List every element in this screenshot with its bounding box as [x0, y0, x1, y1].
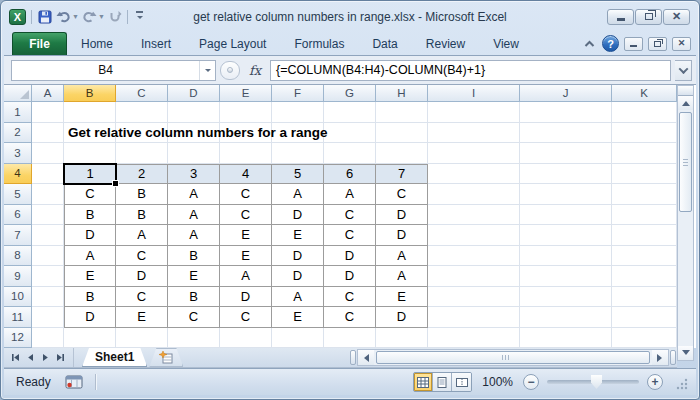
expand-formula-bar-button[interactable] [675, 60, 692, 81]
horizontal-scroll-thumb[interactable] [376, 351, 650, 364]
minimize-ribbon-button[interactable] [581, 36, 597, 51]
cell-D5[interactable]: A [168, 184, 220, 205]
formula-input[interactable]: {=COLUMN(B4:H4)-COLUMN(B4)+1} [270, 60, 671, 81]
page-layout-view-button[interactable] [433, 373, 452, 391]
tab-split-handle-right[interactable] [670, 350, 676, 365]
cell-I7[interactable] [428, 225, 520, 246]
cell-F9[interactable]: D [272, 266, 324, 287]
cell-K10[interactable] [612, 287, 677, 308]
minimize-button[interactable] [607, 9, 634, 25]
cell-D7[interactable]: A [168, 225, 220, 246]
close-button[interactable]: ✕ [663, 9, 690, 25]
next-sheet-button[interactable] [39, 351, 52, 365]
cell-J3[interactable] [520, 143, 612, 164]
page-break-preview-button[interactable] [452, 373, 471, 391]
cell-F12[interactable] [272, 328, 324, 349]
zoom-in-button[interactable]: + [647, 374, 663, 390]
scroll-down-button[interactable] [678, 346, 693, 360]
cell-I1[interactable] [428, 102, 520, 123]
cell-B1[interactable] [64, 102, 116, 123]
scroll-right-button[interactable] [652, 350, 668, 365]
save-button[interactable] [37, 8, 53, 26]
cell-H2[interactable] [376, 123, 428, 144]
cell-A8[interactable] [32, 246, 64, 267]
macro-record-button[interactable] [65, 375, 83, 389]
cell-H5[interactable]: C [376, 184, 428, 205]
column-header-K[interactable]: K [612, 85, 677, 102]
cell-J9[interactable] [520, 266, 612, 287]
cell-B6[interactable]: B [64, 205, 116, 226]
cell-G1[interactable] [324, 102, 376, 123]
cell-I3[interactable] [428, 143, 520, 164]
cell-J10[interactable] [520, 287, 612, 308]
cell-K1[interactable] [612, 102, 677, 123]
cell-J6[interactable] [520, 205, 612, 226]
cell-B8[interactable]: A [64, 246, 116, 267]
cell-A4[interactable] [32, 164, 64, 185]
cell-J7[interactable] [520, 225, 612, 246]
cell-H9[interactable]: A [376, 266, 428, 287]
cell-A9[interactable] [32, 266, 64, 287]
column-header-F[interactable]: F [272, 85, 324, 102]
row-header-12[interactable]: 12 [4, 328, 32, 349]
cell-A2[interactable] [32, 123, 64, 144]
column-header-G[interactable]: G [324, 85, 376, 102]
cell-C6[interactable]: B [116, 205, 168, 226]
cell-A5[interactable] [32, 184, 64, 205]
tab-formulas[interactable]: Formulas [280, 32, 358, 55]
cell-J2[interactable] [520, 123, 612, 144]
repeat-button[interactable] [108, 8, 122, 26]
previous-sheet-button[interactable] [24, 351, 37, 365]
zoom-out-button[interactable]: − [523, 374, 539, 390]
row-header-5[interactable]: 5 [4, 184, 32, 205]
cell-D4[interactable]: 3 [168, 164, 220, 185]
cell-G11[interactable]: C [324, 307, 376, 328]
insert-worksheet-button[interactable] [149, 348, 183, 367]
cell-K9[interactable] [612, 266, 677, 287]
row-header-4[interactable]: 4 [4, 164, 32, 185]
cell-K7[interactable] [612, 225, 677, 246]
zoom-slider[interactable] [547, 380, 639, 384]
vertical-scroll-track[interactable] [678, 214, 693, 346]
cell-E5[interactable]: C [220, 184, 272, 205]
cell-F11[interactable]: E [272, 307, 324, 328]
column-header-A[interactable]: A [32, 85, 64, 102]
cell-J4[interactable] [520, 164, 612, 185]
cell-K2[interactable] [612, 123, 677, 144]
insert-function-button[interactable]: fx [244, 60, 266, 81]
redo-button[interactable]: ▼ [82, 8, 105, 26]
cell-I9[interactable] [428, 266, 520, 287]
cell-C5[interactable]: B [116, 184, 168, 205]
cell-J1[interactable] [520, 102, 612, 123]
workbook-minimize-button[interactable] [624, 37, 643, 51]
cell-K12[interactable] [612, 328, 677, 349]
row-header-11[interactable]: 11 [4, 307, 32, 328]
cell-I10[interactable] [428, 287, 520, 308]
name-box-dropdown[interactable] [199, 61, 215, 80]
redo-dropdown-icon[interactable]: ▼ [98, 13, 105, 20]
cell-I4[interactable] [428, 164, 520, 185]
cell-B3[interactable] [64, 143, 116, 164]
scroll-left-button[interactable] [358, 350, 374, 365]
column-header-E[interactable]: E [220, 85, 272, 102]
cell-E11[interactable]: C [220, 307, 272, 328]
cell-E9[interactable]: A [220, 266, 272, 287]
column-header-J[interactable]: J [520, 85, 612, 102]
row-header-10[interactable]: 10 [4, 287, 32, 308]
cell-C1[interactable] [116, 102, 168, 123]
cell-F4[interactable]: 5 [272, 164, 324, 185]
horizontal-scrollbar[interactable] [357, 349, 669, 366]
cell-A1[interactable] [32, 102, 64, 123]
row-header-1[interactable]: 1 [4, 102, 32, 123]
cell-I8[interactable] [428, 246, 520, 267]
formula-bar-grip[interactable] [220, 61, 240, 80]
cell-E8[interactable]: E [220, 246, 272, 267]
cell-I11[interactable] [428, 307, 520, 328]
first-sheet-button[interactable] [9, 351, 22, 365]
cell-J12[interactable] [520, 328, 612, 349]
cell-C8[interactable]: C [116, 246, 168, 267]
cell-A12[interactable] [32, 328, 64, 349]
help-button[interactable]: ? [602, 35, 619, 52]
cell-F10[interactable]: A [272, 287, 324, 308]
cell-C7[interactable]: A [116, 225, 168, 246]
